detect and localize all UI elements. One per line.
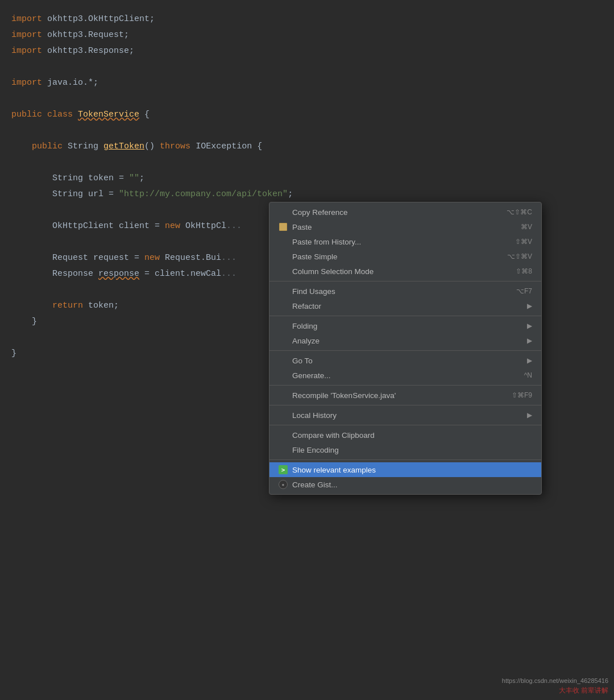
menu-item-paste[interactable]: Paste ⌘V: [269, 219, 541, 234]
paste-icon: [279, 222, 288, 231]
menu-item-goto[interactable]: Go To ▶: [269, 353, 541, 368]
spacer-icon: [279, 336, 288, 345]
spacer-icon: [279, 252, 288, 261]
menu-label-paste: Paste: [292, 223, 312, 231]
shortcut-paste: ⌘V: [521, 223, 532, 231]
shortcut-copy-reference: ⌥⇧⌘C: [507, 208, 532, 216]
code-line: String token = "";: [0, 171, 614, 187]
separator-6: [269, 425, 541, 425]
menu-item-compare-clipboard[interactable]: Compare with Clipboard: [269, 428, 541, 442]
shortcut-find-usages: ⌥F7: [516, 287, 532, 295]
menu-item-create-gist[interactable]: Create Gist...: [269, 477, 541, 492]
menu-label-find-usages: Find Usages: [292, 287, 335, 296]
watermark-text: 大丰收 前辈讲解: [559, 686, 608, 695]
spacer-icon: [279, 356, 288, 365]
menu-item-recompile[interactable]: Recompile 'TokenService.java' ⇧⌘F9: [269, 388, 541, 403]
menu-label-paste-history: Paste from History...: [292, 238, 361, 246]
spacer-icon: [279, 430, 288, 440]
spacer-icon: [279, 391, 288, 400]
code-line: String url = "http://my.company.com/api/…: [0, 187, 614, 202]
menu-item-refactor[interactable]: Refactor ▶: [269, 299, 541, 313]
code-line: public String getToken() throws IOExcept…: [0, 139, 614, 155]
menu-item-paste-simple[interactable]: Paste Simple ⌥⇧⌘V: [269, 249, 541, 264]
code-line: public class TokenService {: [0, 107, 614, 123]
code-line: [0, 155, 614, 171]
menu-label-column-selection: Column Selection Mode: [292, 267, 374, 276]
shortcut-recompile: ⇧⌘F9: [512, 391, 532, 399]
submenu-arrow-folding: ▶: [527, 322, 532, 330]
shortcut-paste-simple: ⌥⇧⌘V: [507, 252, 532, 260]
shortcut-column-selection: ⇧⌘8: [516, 267, 532, 275]
separator-5: [269, 405, 541, 405]
spacer-icon: [279, 371, 288, 380]
separator-3: [269, 350, 541, 351]
menu-item-analyze[interactable]: Analyze ▶: [269, 333, 541, 348]
menu-label-folding: Folding: [292, 322, 317, 330]
menu-item-folding[interactable]: Folding ▶: [269, 318, 541, 333]
menu-label-generate: Generate...: [292, 371, 331, 380]
menu-label-paste-simple: Paste Simple: [292, 252, 338, 261]
menu-item-file-encoding[interactable]: File Encoding: [269, 442, 541, 457]
spacer-icon: [279, 411, 288, 420]
spacer-icon: [279, 301, 288, 310]
context-menu: Copy Reference ⌥⇧⌘C Paste ⌘V Paste from …: [269, 202, 542, 495]
menu-item-paste-history[interactable]: Paste from History... ⇧⌘V: [269, 234, 541, 249]
code-line: import okhttp3.Response;: [0, 43, 614, 59]
url-bar: https://blog.csdn.net/weixin_46285416: [502, 677, 608, 684]
shortcut-paste-history: ⇧⌘V: [515, 238, 532, 246]
code-line: [0, 91, 614, 107]
show-examples-icon: [279, 465, 288, 474]
spacer-icon: [279, 267, 288, 276]
submenu-arrow-goto: ▶: [527, 357, 532, 365]
code-line: import okhttp3.Request;: [0, 27, 614, 43]
spacer-icon: [279, 445, 288, 454]
separator-7: [269, 459, 541, 460]
code-line: [0, 59, 614, 75]
spacer-icon: [279, 321, 288, 330]
spacer-icon: [279, 237, 288, 246]
separator-1: [269, 281, 541, 281]
separator-2: [269, 316, 541, 316]
menu-item-copy-reference[interactable]: Copy Reference ⌥⇧⌘C: [269, 205, 541, 219]
menu-item-local-history[interactable]: Local History ▶: [269, 408, 541, 423]
menu-item-find-usages[interactable]: Find Usages ⌥F7: [269, 284, 541, 299]
url-text: https://blog.csdn.net/weixin_46285416: [502, 677, 608, 684]
code-line: [0, 123, 614, 139]
spacer-icon: [279, 208, 288, 217]
submenu-arrow-refactor: ▶: [527, 302, 532, 310]
menu-label-analyze: Analyze: [292, 337, 320, 345]
menu-label-goto: Go To: [292, 357, 313, 365]
menu-item-column-selection[interactable]: Column Selection Mode ⇧⌘8: [269, 264, 541, 279]
menu-label-recompile: Recompile 'TokenService.java': [292, 391, 396, 400]
separator-4: [269, 385, 541, 386]
spacer-icon: [279, 287, 288, 296]
menu-label-refactor: Refactor: [292, 302, 321, 310]
shortcut-generate: ^N: [524, 371, 532, 379]
menu-label-show-examples: Show relevant examples: [292, 466, 376, 474]
code-line: import java.io.*;: [0, 75, 614, 91]
submenu-arrow-local-history: ▶: [527, 411, 532, 419]
menu-label-file-encoding: File Encoding: [292, 446, 339, 454]
menu-label-create-gist: Create Gist...: [292, 481, 338, 489]
menu-label-compare-clipboard: Compare with Clipboard: [292, 431, 375, 440]
code-line: import okhttp3.OkHttpClient;: [0, 11, 614, 27]
menu-label-local-history: Local History: [292, 411, 337, 420]
menu-item-show-examples[interactable]: Show relevant examples: [269, 462, 541, 477]
menu-label-copy-reference: Copy Reference: [292, 208, 348, 217]
create-gist-icon: [279, 480, 288, 489]
menu-item-generate[interactable]: Generate... ^N: [269, 368, 541, 383]
submenu-arrow-analyze: ▶: [527, 337, 532, 345]
